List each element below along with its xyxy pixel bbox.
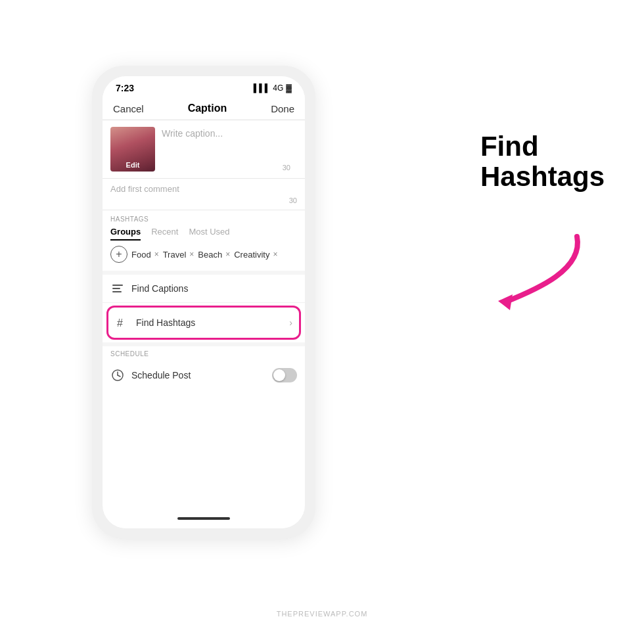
hashtag-icon: # [115,315,129,330]
tag-travel: Travel × [163,250,195,260]
photo-edit-label[interactable]: Edit [126,161,140,169]
tab-most-used[interactable]: Most Used [189,227,229,241]
schedule-post-item: Schedule Post [110,361,297,389]
schedule-section: SCHEDULE Schedule Post [103,342,305,392]
tag-beach-label[interactable]: Beach [198,250,222,260]
phone-shell: 7:23 ▌▌▌ 4G ▓ Cancel Caption Done Edit [92,66,315,539]
tag-beach-remove[interactable]: × [225,250,230,259]
find-captions-item[interactable]: Find Captions [103,275,305,303]
hashtags-section-label: HASHTAGS [110,216,297,223]
cancel-button[interactable]: Cancel [113,103,144,114]
tag-travel-label[interactable]: Travel [163,250,187,260]
tab-recent[interactable]: Recent [151,227,178,241]
tag-food: Food × [131,250,159,260]
add-tag-button[interactable]: + [110,246,127,263]
home-bar [177,517,230,520]
network-label: 4G [273,83,283,93]
phone-inner: 7:23 ▌▌▌ 4G ▓ Cancel Caption Done Edit [103,76,305,528]
first-comment-placeholder[interactable]: Add first comment [110,184,297,194]
tag-travel-remove[interactable]: × [189,250,194,259]
battery-icon: ▓ [286,83,292,93]
schedule-toggle[interactable] [272,368,297,382]
caption-placeholder[interactable]: Write caption... [162,127,290,139]
svg-line-6 [118,375,120,377]
status-time: 7:23 [116,83,134,93]
find-hashtags-chevron: › [289,317,292,328]
caption-input-area: Write caption... 30 [155,127,297,172]
svg-text:#: # [117,317,123,328]
caption-area: Edit Write caption... 30 [103,120,305,179]
pink-arrow-svg [485,230,590,315]
arrow-container [485,230,590,318]
right-content: FindHashtags [480,131,605,205]
hashtag-tabs: Groups Recent Most Used [110,227,297,241]
svg-rect-1 [112,288,120,289]
status-icons: ▌▌▌ 4G ▓ [254,83,292,93]
page-container: 7:23 ▌▌▌ 4G ▓ Cancel Caption Done Edit [0,0,644,644]
tag-beach: Beach × [198,250,230,260]
schedule-section-label: SCHEDULE [110,350,297,357]
photo-thumbnail[interactable]: Edit [110,127,155,172]
find-hashtags-title: FindHashtags [480,131,605,192]
first-comment-count: 30 [110,196,297,204]
tag-chips: + Food × Travel × Beach × Creativity [110,246,297,268]
signal-icon: ▌▌▌ [254,83,271,93]
nav-bar: Cancel Caption Done [103,97,305,120]
done-button[interactable]: Done [271,103,294,114]
find-captions-label: Find Captions [131,283,188,294]
hashtags-section: HASHTAGS Groups Recent Most Used + Food … [103,210,305,271]
tag-food-remove[interactable]: × [154,250,159,259]
nav-title: Caption [188,103,227,114]
svg-marker-7 [498,294,513,310]
toggle-knob [273,369,285,381]
clock-icon [110,368,125,382]
tab-groups[interactable]: Groups [110,227,141,241]
svg-rect-2 [112,291,122,292]
find-hashtags-item[interactable]: # Find Hashtags › [106,306,301,340]
find-captions-icon [110,281,125,296]
tag-creativity-label[interactable]: Creativity [234,250,269,260]
svg-rect-0 [112,285,123,286]
menu-section: Find Captions # Find Hashtags › [103,271,305,342]
home-indicator [103,509,305,528]
tag-food-label[interactable]: Food [131,250,151,260]
status-bar: 7:23 ▌▌▌ 4G ▓ [103,76,305,97]
find-hashtags-label: Find Hashtags [136,317,289,328]
schedule-post-label: Schedule Post [131,370,272,380]
tag-creativity-remove[interactable]: × [273,250,277,259]
tag-creativity: Creativity × [234,250,277,260]
caption-count: 30 [162,164,290,172]
first-comment: Add first comment 30 [103,179,305,210]
footer: THEPREVIEWAPP.COM [277,610,368,618]
